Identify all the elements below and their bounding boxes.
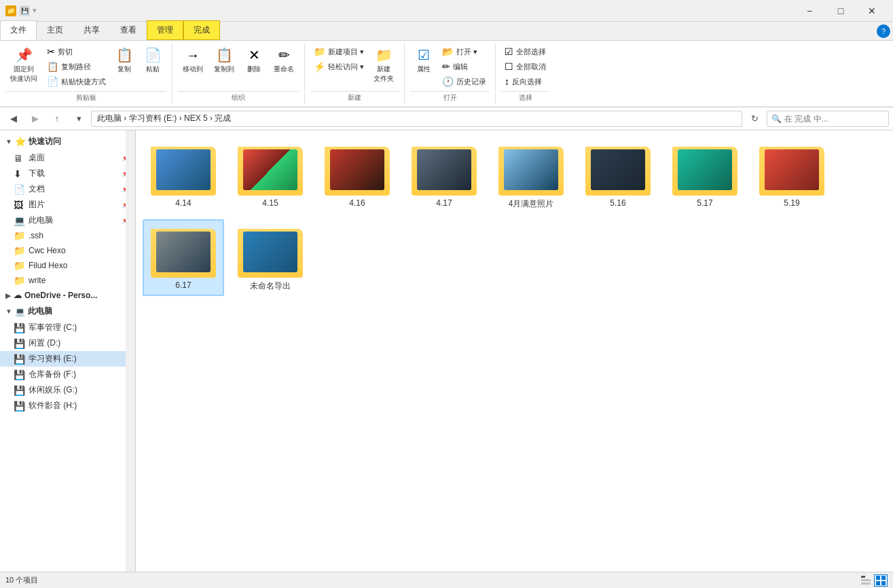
sidebar-item-cwchexo[interactable]: 📁 Cwc Hexo (0, 243, 135, 258)
sidebar-item-thispc-quick[interactable]: 💻 此电脑 📌 (0, 213, 135, 228)
desktop-icon: 🖥 (14, 153, 24, 164)
rename-button[interactable]: ✏ 重命名 (269, 45, 299, 76)
pasteshortcut-label: 粘贴快捷方式 (61, 77, 106, 87)
tab-file[interactable]: 文件 (0, 20, 37, 40)
tab-done[interactable]: 完成 (183, 20, 220, 40)
sidebar-item-downloads[interactable]: ⬇ 下载 📌 (0, 166, 135, 181)
moveto-button[interactable]: → 移动到 (178, 45, 208, 76)
folder-label: 6.17 (175, 280, 191, 290)
clipboard-content: 📌 固定到 快速访问 ✂ 剪切 📋 复制路径 📄 粘贴快捷方式 📋 (5, 45, 166, 88)
newfolder-button[interactable]: 📁 新建 文件夹 (369, 45, 399, 86)
invertselect-button[interactable]: ↕ 反向选择 (501, 75, 549, 88)
forward-button[interactable]: ▶ (26, 111, 45, 127)
tab-share[interactable]: 共享 (73, 20, 110, 40)
help-button[interactable]: ? (877, 24, 890, 38)
folder-img-content (243, 149, 297, 190)
cut-button[interactable]: ✂ 剪切 (43, 45, 109, 58)
maximize-button[interactable]: □ (825, 0, 856, 22)
file-area[interactable]: 4.14 4.15 4.16 (136, 130, 893, 572)
large-icon-view-button[interactable] (874, 574, 888, 587)
easyaccess-button[interactable]: ⚡ 轻松访问 ▾ (310, 60, 367, 73)
folder-base (238, 229, 303, 278)
folder-item-f617[interactable]: 6.17 (143, 219, 224, 296)
quick-access-header[interactable]: ▼ ⭐ 快速访问 (0, 133, 135, 150)
sidebar-item-desktop[interactable]: 🖥 桌面 📌 (0, 150, 135, 166)
open-content: ☑ 属性 📂 打开 ▾ ✏ 编辑 🕐 历史记录 (410, 45, 490, 88)
folder-base (238, 147, 303, 196)
pin-button[interactable]: 📌 固定到 快速访问 (5, 45, 42, 86)
copyto-button[interactable]: 📋 复制到 (209, 45, 239, 76)
sidebar-scrollbar[interactable] (126, 130, 135, 572)
sidebar-item-documents[interactable]: 📄 文档 📌 (0, 181, 135, 197)
close-button[interactable]: ✕ (856, 0, 888, 22)
delete-button[interactable]: ✕ 删除 (240, 45, 268, 76)
folder-base (585, 147, 651, 196)
ssh-icon: 📁 (14, 230, 24, 241)
quick-access-label: ⭐ (15, 136, 26, 147)
folder-item-f519[interactable]: 5.19 (751, 137, 833, 214)
breadcrumb[interactable]: 此电脑 › 学习资料 (E:) › NEX 5 › 完成 (91, 111, 742, 127)
sidebar-item-e[interactable]: 💾 学习资料 (E:) (0, 351, 135, 367)
open-col: 📂 打开 ▾ ✏ 编辑 🕐 历史记录 (439, 45, 490, 88)
folder-item-fun[interactable]: 未命名导出 (230, 219, 311, 296)
tab-home[interactable]: 主页 (37, 20, 73, 40)
folder-label: 4.17 (436, 198, 452, 208)
tab-view[interactable]: 查看 (110, 20, 147, 40)
svg-rect-3 (876, 576, 880, 580)
folder-item-f415[interactable]: 4.15 (230, 137, 311, 214)
title-dropdown[interactable]: ▾ (33, 6, 37, 15)
sidebar-item-c[interactable]: 💾 军事管理 (C:) (0, 320, 135, 335)
selectall-button[interactable]: ☑ 全部选择 (501, 45, 549, 58)
folder-item-f416[interactable]: 4.16 (316, 137, 398, 214)
edit-icon: ✏ (442, 61, 450, 72)
app-icon: 📁 (5, 5, 16, 16)
folder-item-f517[interactable]: 5.17 (664, 137, 746, 214)
search-input[interactable] (784, 114, 879, 124)
folder-item-f4m[interactable]: 4月满意照片 (490, 137, 572, 214)
folder-img (156, 232, 211, 272)
sidebar-item-f[interactable]: 💾 仓库备份 (F:) (0, 367, 135, 382)
minimize-button[interactable]: − (794, 0, 825, 22)
sidebar-item-fludhexo[interactable]: 📁 Filud Hexo (0, 258, 135, 273)
sidebar-item-d[interactable]: 💾 闲置 (D:) (0, 335, 135, 351)
up-button[interactable]: ↑ (48, 111, 67, 127)
d-label: 闲置 (D:) (29, 337, 60, 349)
open-group: ☑ 属性 📂 打开 ▾ ✏ 编辑 🕐 历史记录 打开 (405, 43, 496, 104)
save-icon: 💾 (19, 5, 30, 16)
folder-item-f414[interactable]: 4.14 (143, 137, 224, 214)
history-icon: 🕐 (442, 76, 454, 87)
copypath-button[interactable]: 📋 复制路径 (43, 60, 109, 73)
properties-button[interactable]: ☑ 属性 (410, 45, 437, 76)
thispc-header[interactable]: ▼ 💻 此电脑 (0, 303, 135, 320)
onedrive-header[interactable]: ▶ ☁ OneDrive - Perso... (0, 288, 135, 303)
edit-button[interactable]: ✏ 编辑 (439, 60, 490, 73)
history-button[interactable]: 🕐 历史记录 (439, 75, 490, 88)
write-icon: 📁 (14, 275, 24, 286)
pasteshortcut-button[interactable]: 📄 粘贴快捷方式 (43, 75, 109, 88)
tab-manage[interactable]: 管理 (147, 20, 183, 40)
copypath-icon: 📋 (47, 61, 58, 72)
select-col: ☑ 全部选择 ☐ 全部取消 ↕ 反向选择 (501, 45, 549, 88)
folder-item-f516[interactable]: 5.16 (577, 137, 659, 214)
newitem-button[interactable]: 📁 新建项目 ▾ (310, 45, 367, 58)
list-view-button[interactable] (859, 574, 873, 587)
folder-item-f417[interactable]: 4.17 (403, 137, 485, 214)
paste-label: 粘贴 (146, 65, 160, 74)
dropdown-button[interactable]: ▾ (69, 111, 88, 127)
copy-button[interactable]: 📋 复制 (111, 45, 138, 76)
deselectall-button[interactable]: ☐ 全部取消 (501, 60, 549, 73)
cut-label: 剪切 (58, 47, 73, 57)
back-button[interactable]: ◀ (4, 111, 23, 127)
sidebar-item-g[interactable]: 💾 休闲娱乐 (G:) (0, 382, 135, 398)
sidebar-item-h[interactable]: 💾 软件影音 (H:) (0, 398, 135, 414)
open-button[interactable]: 📂 打开 ▾ (439, 45, 490, 58)
paste-button[interactable]: 📄 粘贴 (139, 45, 166, 76)
search-box: 🔍 (767, 111, 889, 127)
sidebar-item-pictures[interactable]: 🖼 图片 📌 (0, 197, 135, 213)
breadcrumb-text: 此电脑 › 学习资料 (E:) › NEX 5 › 完成 (97, 113, 231, 124)
refresh-button[interactable]: ↻ (745, 111, 764, 127)
sidebar-item-write[interactable]: 📁 write (0, 273, 135, 288)
sidebar-item-ssh[interactable]: 📁 .ssh (0, 228, 135, 243)
folder-img-content (156, 232, 211, 272)
quick-access-section: ▼ ⭐ 快速访问 🖥 桌面 📌 ⬇ 下载 📌 📄 文档 📌 🖼 图片 (0, 133, 135, 288)
